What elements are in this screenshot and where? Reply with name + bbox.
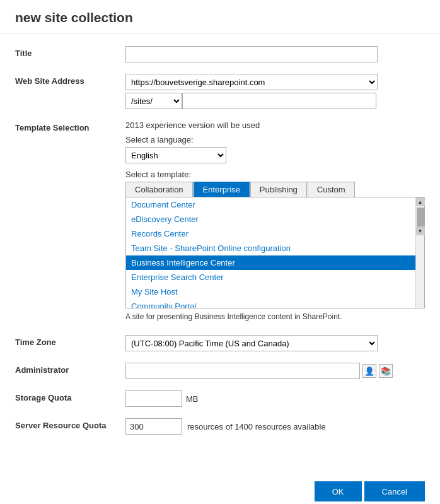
storage-control: MB xyxy=(125,390,425,407)
ok-button[interactable]: OK xyxy=(315,481,362,501)
sites-select[interactable]: /sites/ xyxy=(125,93,182,109)
template-label: Template Selection xyxy=(15,120,125,132)
storage-label: Storage Quota xyxy=(15,390,125,402)
timezone-select[interactable]: (UTC-08:00) Pacific Time (US and Canada) xyxy=(125,335,378,351)
template-description: A site for presenting Business Intellige… xyxy=(125,312,425,321)
footer-buttons: OK Cancel xyxy=(0,471,440,504)
template-select-label: Select a template: xyxy=(125,170,425,179)
tab-enterprise[interactable]: Enterprise xyxy=(194,182,250,197)
template-item-records-center[interactable]: Records Center xyxy=(126,226,415,241)
resource-input[interactable] xyxy=(125,418,182,435)
resource-input-row: resources of 1400 resources available xyxy=(125,418,425,435)
resource-row: Server Resource Quota resources of 1400 … xyxy=(15,418,425,435)
language-select[interactable]: English xyxy=(125,147,226,163)
web-address-url-row: https://bouvetsverige.sharepoint.com xyxy=(125,74,425,90)
title-label: Title xyxy=(15,46,125,58)
title-control xyxy=(125,46,425,62)
title-input[interactable] xyxy=(125,46,378,62)
timezone-control: (UTC-08:00) Pacific Time (US and Canada) xyxy=(125,335,425,351)
scrollbar-down[interactable]: ▼ xyxy=(416,226,425,235)
resource-desc: resources of 1400 resources available xyxy=(187,422,326,431)
template-list: Document CentereDiscovery CenterRecords … xyxy=(126,197,415,308)
template-item-my-site-host[interactable]: My Site Host xyxy=(126,284,415,299)
template-item-enterprise-search[interactable]: Enterprise Search Center xyxy=(126,270,415,284)
title-row: Title xyxy=(15,46,425,62)
resource-control: resources of 1400 resources available xyxy=(125,418,425,435)
template-control: 2013 experience version will be used Sel… xyxy=(125,120,425,324)
admin-label: Administrator xyxy=(15,363,125,375)
template-tabs: Collaboration Enterprise Publishing Cust… xyxy=(125,182,425,197)
tab-custom[interactable]: Custom xyxy=(308,182,355,197)
language-label: Select a language: xyxy=(125,135,425,144)
web-address-label: Web Site Address xyxy=(15,74,125,86)
sites-input[interactable] xyxy=(182,93,376,109)
admin-person-icon-btn[interactable]: 👤 xyxy=(362,364,376,378)
template-selection-row: Template Selection 2013 experience versi… xyxy=(15,120,425,324)
template-item-bi-center[interactable]: Business Intelligence Center xyxy=(126,255,415,270)
admin-book-icon-btn[interactable]: 📚 xyxy=(379,364,393,378)
page-header: new site collection xyxy=(0,0,440,33)
scrollbar-up[interactable]: ▲ xyxy=(416,197,425,206)
resource-label: Server Resource Quota xyxy=(15,418,125,430)
web-address-row: Web Site Address https://bouvetsverige.s… xyxy=(15,74,425,109)
template-item-ediscovery-center[interactable]: eDiscovery Center xyxy=(126,212,415,226)
template-item-document-center[interactable]: Document Center xyxy=(126,197,415,212)
person-icon: 👤 xyxy=(364,366,374,376)
storage-input-row: MB xyxy=(125,390,425,407)
web-address-control: https://bouvetsverige.sharepoint.com /si… xyxy=(125,74,425,109)
admin-input-row: 👤 📚 xyxy=(125,363,425,379)
admin-input[interactable] xyxy=(125,363,360,379)
scrollbar-track: ▲ ▼ xyxy=(415,197,424,308)
page-title: new site collection xyxy=(15,10,425,25)
mb-label: MB xyxy=(186,394,199,404)
template-item-team-site-sp[interactable]: Team Site - SharePoint Online configurat… xyxy=(126,241,415,255)
tab-collaboration[interactable]: Collaboration xyxy=(125,182,193,197)
cancel-button[interactable]: Cancel xyxy=(364,481,425,501)
storage-row: Storage Quota MB xyxy=(15,390,425,407)
scrollbar-thumb xyxy=(417,208,424,226)
template-list-wrapper: Document CentereDiscovery CenterRecords … xyxy=(125,197,425,308)
admin-control: 👤 📚 xyxy=(125,363,425,379)
storage-input[interactable] xyxy=(125,390,182,407)
admin-row: Administrator 👤 📚 xyxy=(15,363,425,379)
book-icon: 📚 xyxy=(381,366,391,376)
web-address-select[interactable]: https://bouvetsverige.sharepoint.com xyxy=(125,74,378,90)
web-address-sub-row: /sites/ xyxy=(125,93,425,109)
form-area: Title Web Site Address https://bouvetsve… xyxy=(0,33,440,459)
tab-publishing[interactable]: Publishing xyxy=(250,182,307,197)
template-item-community-portal[interactable]: Community Portal xyxy=(126,299,415,308)
timezone-row: Time Zone (UTC-08:00) Pacific Time (US a… xyxy=(15,335,425,351)
template-note: 2013 experience version will be used xyxy=(125,120,425,130)
timezone-label: Time Zone xyxy=(15,335,125,347)
